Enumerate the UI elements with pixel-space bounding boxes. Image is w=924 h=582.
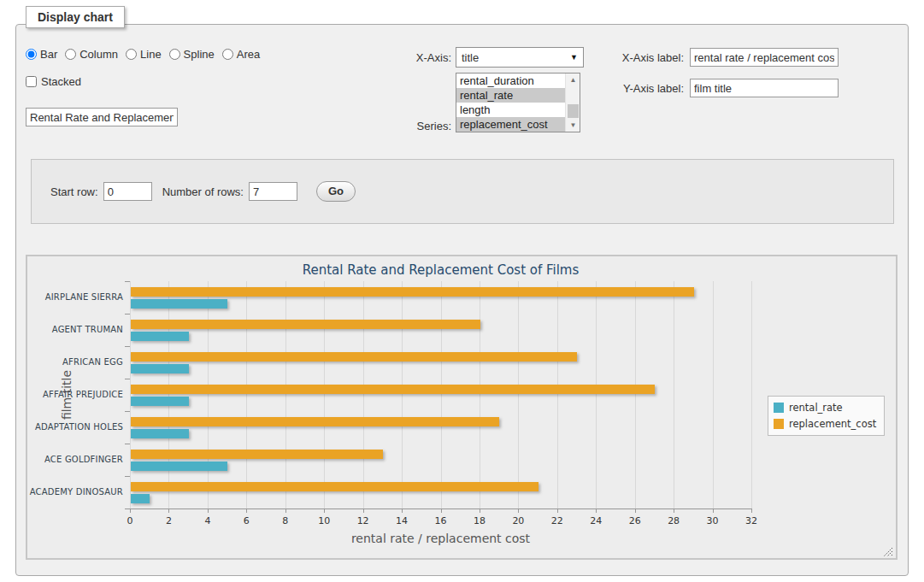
x-axis-selected-value: title	[462, 51, 570, 64]
x-axis-tick-label: 0	[113, 515, 147, 526]
y-axis-tick	[125, 314, 130, 315]
bar-rental_rate[interactable]	[131, 461, 227, 471]
y-category-label: ACE GOLDFINGER	[27, 444, 123, 476]
gridline	[480, 281, 480, 509]
bar-replacement_cost[interactable]	[131, 352, 577, 362]
column-radio-label: Column	[79, 48, 118, 61]
bar-rental_rate[interactable]	[131, 429, 189, 438]
series-listbox-label: Series:	[376, 120, 451, 132]
column-radio[interactable]	[65, 49, 76, 60]
start-row-input[interactable]	[103, 182, 152, 201]
legend-item-replacement_cost[interactable]: replacement_cost	[774, 418, 876, 430]
chevron-down-icon: ▼	[570, 53, 578, 62]
x-axis-tick-label: 18	[462, 515, 497, 526]
gridline	[713, 281, 714, 509]
bar-replacement_cost[interactable]	[131, 320, 480, 329]
num-rows-input[interactable]	[249, 182, 297, 201]
gridline	[402, 281, 403, 509]
gridline	[518, 281, 519, 509]
x-axis-tick-label: 8	[268, 515, 303, 526]
y-category-label: ADAPTATION HOLES	[27, 411, 123, 444]
series-option[interactable]: rental_rate	[456, 88, 565, 103]
rows-panel: Start row: Number of rows: Go	[31, 159, 894, 224]
x-axis-line	[130, 509, 752, 509]
scroll-up-icon[interactable]: ▲	[566, 73, 580, 86]
bar-radio[interactable]	[26, 49, 37, 60]
fieldset-legend: Display chart	[26, 6, 125, 28]
x-axis-tick-label: 20	[501, 515, 535, 526]
chart-type-radio-group: Bar Column Line Spline Area	[26, 48, 268, 61]
legend-item-rental_rate[interactable]: rental_rate	[774, 402, 876, 414]
bar-replacement_cost[interactable]	[131, 385, 655, 394]
radio-item-spline: Spline	[169, 48, 215, 61]
series-option[interactable]: rental_duration	[456, 73, 565, 88]
gridline	[324, 281, 325, 509]
chart-container: Rental Rate and Replacement Cost of Film…	[26, 255, 898, 560]
y-axis-tick	[125, 281, 130, 282]
y-category-label: AIRPLANE SIERRA	[27, 281, 123, 314]
bar-rental_rate[interactable]	[131, 397, 189, 406]
y-axis-title: film title	[60, 370, 74, 420]
gridline	[246, 281, 247, 509]
series-option[interactable]: length	[456, 103, 565, 117]
series-listbox-options: rental_durationrental_ratelengthreplacem…	[456, 73, 565, 132]
x-axis-tick-label: 2	[151, 515, 185, 526]
x-axis-tick-label: 14	[385, 515, 419, 526]
resize-handle-icon[interactable]	[882, 544, 893, 556]
x-axis-tick-label: 32	[734, 515, 768, 526]
legend-label: rental_rate	[789, 402, 843, 414]
radio-item-area: Area	[222, 48, 260, 61]
x-axis-label-label: X-Axis label:	[598, 51, 684, 64]
bar-rental_rate[interactable]	[131, 332, 189, 341]
chart-title: Rental Rate and Replacement Cost of Film…	[130, 262, 751, 278]
scrollbar-thumb[interactable]	[568, 104, 579, 118]
y-category-label: ACADEMY DINOSAUR	[27, 476, 123, 509]
x-axis-tick-label: 26	[618, 515, 652, 526]
bar-rental_rate[interactable]	[131, 364, 189, 373]
legend-label: replacement_cost	[789, 418, 876, 430]
series-listbox[interactable]: rental_durationrental_ratelengthreplacem…	[456, 73, 580, 132]
stacked-checkbox[interactable]	[26, 76, 37, 87]
page: Display chart Bar Column Line Spline Are…	[0, 0, 924, 582]
series-option[interactable]: replacement_cost	[456, 117, 565, 132]
gridline	[168, 281, 169, 509]
bar-radio-label: Bar	[40, 48, 57, 61]
legend-swatch-icon	[774, 403, 784, 413]
gridline	[130, 281, 131, 509]
x-axis-select[interactable]: title ▼	[456, 47, 584, 68]
spline-radio[interactable]	[169, 49, 180, 60]
bar-replacement_cost[interactable]	[131, 450, 383, 459]
bar-replacement_cost[interactable]	[131, 482, 539, 491]
y-axis-tick	[125, 379, 130, 379]
scroll-down-icon[interactable]: ▼	[566, 119, 580, 132]
x-axis-tick-label: 16	[424, 515, 458, 526]
bar-rental_rate[interactable]	[131, 494, 150, 503]
start-row-label: Start row:	[50, 185, 98, 198]
chart-legend: rental_ratereplacement_cost	[768, 396, 885, 436]
bar-replacement_cost[interactable]	[131, 287, 694, 297]
gridline	[441, 281, 442, 509]
area-radio[interactable]	[222, 49, 233, 60]
chart-title-input[interactable]	[26, 108, 178, 126]
line-radio-label: Line	[140, 48, 162, 61]
y-axis-label-label: Y-Axis label:	[598, 82, 684, 95]
x-axis-label-input[interactable]	[690, 48, 839, 67]
go-button[interactable]: Go	[316, 181, 356, 202]
y-category-label: AFRICAN EGG	[27, 346, 123, 379]
y-axis-label-input[interactable]	[690, 79, 839, 97]
bar-replacement_cost[interactable]	[131, 417, 499, 426]
radio-item-column: Column	[65, 48, 118, 61]
gridline	[674, 281, 674, 509]
x-axis-tick-label: 12	[346, 515, 380, 526]
y-axis-tick	[125, 476, 130, 477]
listbox-scrollbar[interactable]: ▲ ▼	[565, 73, 580, 132]
spline-radio-label: Spline	[184, 48, 215, 61]
gridline	[557, 281, 558, 509]
bar-rental_rate[interactable]	[131, 299, 227, 309]
stacked-checkbox-row: Stacked	[26, 75, 81, 88]
gridline	[285, 281, 286, 509]
line-radio[interactable]	[126, 49, 137, 60]
gridline	[751, 281, 752, 509]
legend-swatch-icon	[774, 419, 784, 429]
x-axis-tick-label: 30	[696, 515, 730, 526]
